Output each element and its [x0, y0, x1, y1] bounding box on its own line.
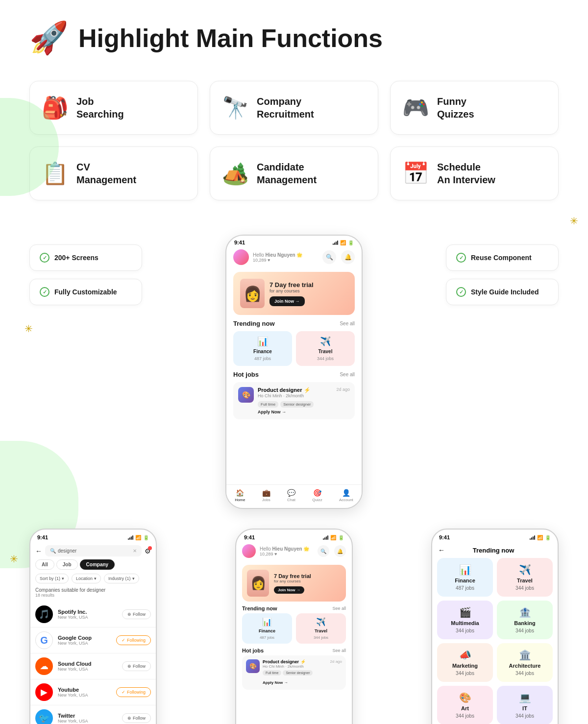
- search-input[interactable]: 🔍 designer ✕: [45, 545, 142, 556]
- feature-grid: 🎒 JobSearching 🔭 CompanyRecruitment 🎮 Fu…: [0, 66, 588, 215]
- trend-status-bar: 9:41 📶 🔋: [432, 530, 558, 542]
- search-battery-icon: 🔋: [143, 535, 149, 540]
- job-card[interactable]: 🎨 Product designer ⚡ Ho Chi Minh · 2k/mo…: [233, 382, 355, 419]
- badge-style-guide: ✓ Style Guide Included: [446, 279, 559, 305]
- center-job-card[interactable]: 🎨 Product designer ⚡ Ho Chi Minh · 2k/mo…: [242, 655, 346, 690]
- center-header-actions: 🔍 🔔: [318, 545, 346, 557]
- industry-chevron-icon: ▾: [132, 576, 135, 581]
- feature-card-company-recruitment[interactable]: 🔭 CompanyRecruitment: [210, 81, 378, 135]
- page-header: 🚀 Highlight Main Functions: [0, 0, 588, 66]
- soundcloud-info: Sound Cloud New York, USA: [58, 661, 91, 672]
- search-time: 9:41: [37, 534, 48, 540]
- twitter-follow-btn[interactable]: ⊕ Follow: [122, 713, 151, 723]
- tab-all[interactable]: All: [35, 559, 54, 570]
- trend-back-btn[interactable]: ←: [438, 546, 445, 554]
- center-signal-icon: [323, 535, 328, 540]
- filter-button[interactable]: ⚙: [145, 547, 151, 555]
- soundcloud-follow-btn[interactable]: ⊕ Follow: [122, 661, 151, 671]
- badge-customizable-label: Fully Customizable: [54, 288, 117, 296]
- nav-quizz[interactable]: 🎯 Quizz: [312, 489, 322, 502]
- google-follow-btn[interactable]: ✓ Following: [116, 635, 151, 645]
- badge-screens-label: 200+ Screens: [54, 254, 98, 262]
- feature-card-candidate-management[interactable]: 🏕️ CandidateManagement: [210, 146, 378, 200]
- badge-style-guide-label: Style Guide Included: [471, 288, 539, 296]
- results-count: 18 results: [35, 593, 151, 598]
- center-travel-card[interactable]: ✈️ Travel 344 jobs: [296, 613, 346, 644]
- trend-banking-icon: 🏦: [519, 606, 531, 618]
- trend-it-card[interactable]: 💻 IT 344 jobs: [497, 686, 553, 724]
- trending-section-row: Trending now See all: [233, 320, 355, 327]
- trend-marketing-card[interactable]: 📣 Marketing 344 jobs: [437, 643, 493, 682]
- youtube-follow-btn[interactable]: ✓ Following: [116, 687, 151, 697]
- feature-card-funny-quizzes[interactable]: 🎮 FunnyQuizzes: [390, 81, 559, 135]
- center-search-btn[interactable]: 🔍: [318, 545, 329, 557]
- trend-travel-card[interactable]: ✈️ Travel 344 jobs: [497, 558, 553, 597]
- sort-by-filter[interactable]: Sort by (1) ▾: [35, 574, 69, 583]
- location-filter[interactable]: Location ▾: [72, 574, 101, 583]
- trend-finance-card[interactable]: 📊 Finance 487 jobs: [437, 558, 493, 597]
- feature-card-schedule-interview[interactable]: 📅 ScheduleAn Interview: [390, 146, 559, 200]
- trend-banking-card[interactable]: 🏦 Banking 344 jobs: [497, 601, 553, 639]
- hot-jobs-section-row: Hot jobs See all: [233, 371, 355, 378]
- company-item-soundcloud[interactable]: ☁ Sound Cloud New York, USA ⊕ Follow: [30, 653, 156, 679]
- trend-multimedia-card[interactable]: 🎬 Multimedia 344 jobs: [437, 601, 493, 639]
- feature-card-job-searching[interactable]: 🎒 JobSearching: [29, 81, 198, 135]
- nav-chat[interactable]: 💬 Chat: [287, 489, 295, 502]
- center-phones-stack: 9:41 📶 🔋 Hello Hieu Nguyen 🌟: [172, 529, 416, 724]
- nav-jobs[interactable]: 💼 Jobs: [262, 489, 270, 502]
- trend-architecture-card[interactable]: 🏛️ Architecture 344 jobs: [497, 643, 553, 682]
- travel-name: Travel: [318, 349, 333, 354]
- center-bell-btn[interactable]: 🔔: [334, 545, 346, 557]
- signal-icon: [333, 240, 338, 245]
- trending-phone: 9:41 📶 🔋 ← Trending now 📊 Finance 487 jo…: [431, 529, 559, 724]
- soundcloud-plus-icon: ⊕: [127, 664, 131, 669]
- twitter-name: Twitter: [58, 713, 88, 719]
- center-trending-title: Trending now: [242, 605, 277, 611]
- category-finance[interactable]: 📊 Finance 487 jobs: [233, 331, 292, 366]
- trend-travel-name: Travel: [517, 578, 533, 583]
- tab-company[interactable]: Company: [80, 559, 115, 570]
- center-phone-content: Hello Hieu Nguyen 🌟 10,289 ♥ 🔍 🔔 👩 7 Day…: [236, 540, 352, 690]
- quizz-icon: 🎯: [313, 489, 321, 497]
- industry-filter[interactable]: Industry (1) ▾: [104, 574, 139, 583]
- hot-jobs-see-all[interactable]: See all: [340, 372, 355, 377]
- company-item-spotify[interactable]: 🎵 Spotify Inc. New York, USA ⊕ Follow: [30, 602, 156, 627]
- join-now-button[interactable]: Join Now →: [270, 296, 305, 306]
- trending-title: Trending now: [233, 320, 275, 327]
- job-title: Product designer ⚡: [258, 387, 332, 393]
- back-button[interactable]: ←: [35, 547, 42, 555]
- company-item-google[interactable]: G Google Coop New York, USA ✓ Following: [30, 627, 156, 653]
- tab-job[interactable]: Job: [56, 559, 78, 570]
- plus-icon: ⊕: [127, 612, 131, 617]
- nav-home[interactable]: 🏠 Home: [235, 489, 245, 502]
- spotify-follow-btn[interactable]: ⊕ Follow: [122, 609, 151, 619]
- trend-battery-icon: 🔋: [545, 535, 551, 540]
- trend-finance-icon: 📊: [459, 564, 471, 576]
- travel-icon: ✈️: [320, 336, 331, 347]
- clear-icon[interactable]: ✕: [133, 548, 137, 554]
- company-item-youtube[interactable]: ▶ Youtube New York, USA ✓ Following: [30, 679, 156, 705]
- company-item-twitter[interactable]: 🐦 Twitter New York, USA ⊕ Follow: [30, 705, 156, 724]
- center-banner-person: 👩: [247, 570, 269, 597]
- job-tags: Full time Senior designer: [258, 401, 332, 408]
- industry-label: Industry (1): [108, 576, 131, 581]
- twitter-info: Twitter New York, USA: [58, 713, 88, 724]
- center-finance-card[interactable]: 📊 Finance 487 jobs: [242, 613, 292, 644]
- trending-see-all[interactable]: See all: [340, 321, 355, 326]
- center-hot-jobs-see-all[interactable]: See all: [332, 648, 346, 653]
- nav-account[interactable]: 👤 Account: [339, 489, 353, 502]
- center-job-logo: 🎨: [246, 659, 260, 673]
- search-icon-btn[interactable]: 🔍: [322, 250, 336, 264]
- apply-now-btn[interactable]: Apply Now →: [258, 410, 286, 414]
- center-apply-btn[interactable]: Apply Now →: [263, 680, 288, 685]
- center-join-btn[interactable]: Join Now →: [274, 586, 304, 594]
- center-see-all[interactable]: See all: [332, 606, 346, 611]
- trend-category-grid: 📊 Finance 487 jobs ✈️ Travel 344 jobs 🎬 …: [432, 558, 558, 724]
- trend-art-card[interactable]: 🎨 Art 344 jobs: [437, 686, 493, 724]
- center-job-company: Ho Chi Minh · 2k/month: [263, 664, 327, 669]
- center-finance-icon: 📊: [262, 617, 272, 627]
- bell-icon-btn[interactable]: 🔔: [341, 250, 355, 264]
- sun-icon-bottom-left: ✳: [10, 553, 18, 565]
- category-travel[interactable]: ✈️ Travel 344 jobs: [296, 331, 355, 366]
- spotify-name: Spotify Inc.: [58, 609, 88, 615]
